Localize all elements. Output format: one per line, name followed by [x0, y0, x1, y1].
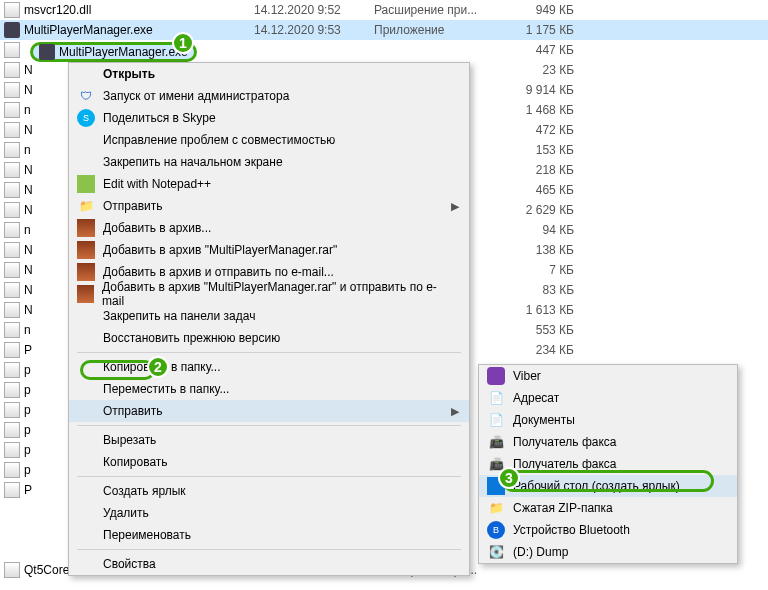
- menu-item[interactable]: 📁Сжатая ZIP-папка: [479, 497, 737, 519]
- menu-item-label: Закрепить на начальном экране: [103, 155, 283, 169]
- file-icon: [4, 2, 20, 18]
- menu-item-label: Переместить в папку...: [103, 382, 229, 396]
- rar-icon: [77, 241, 95, 259]
- menu-item[interactable]: Свойства: [69, 553, 469, 575]
- menu-item-label: Устройство Bluetooth: [513, 523, 630, 537]
- menu-item[interactable]: 📄Документы: [479, 409, 737, 431]
- menu-item[interactable]: Удалить: [69, 502, 469, 524]
- menu-item-label: Получатель факса: [513, 457, 617, 471]
- file-size: 83 КБ: [514, 283, 574, 297]
- menu-item[interactable]: Добавить в архив...: [69, 217, 469, 239]
- file-size: 1 613 КБ: [514, 303, 574, 317]
- file-icon: [4, 122, 20, 138]
- file-icon: [4, 162, 20, 178]
- menu-item-label: Копировать: [103, 455, 168, 469]
- menu-item-label: Вырезать: [103, 433, 156, 447]
- menu-item[interactable]: SПоделиться в Skype: [69, 107, 469, 129]
- file-size: 218 КБ: [514, 163, 574, 177]
- doc-icon: 📄: [487, 411, 505, 429]
- menu-item[interactable]: Копировать: [69, 451, 469, 473]
- file-icon: [4, 262, 20, 278]
- menu-item[interactable]: Переместить в папку...: [69, 378, 469, 400]
- menu-item[interactable]: 🛡Запуск от имени администратора: [69, 85, 469, 107]
- menu-item[interactable]: Исправление проблем с совместимостью: [69, 129, 469, 151]
- menu-item[interactable]: Создать ярлык: [69, 480, 469, 502]
- file-icon: [4, 442, 20, 458]
- file-icon: [4, 462, 20, 478]
- shield-icon: 🛡: [77, 87, 95, 105]
- blank-icon: [77, 504, 95, 522]
- menu-item-label: Закрепить на панели задач: [103, 309, 255, 323]
- file-icon: [4, 362, 20, 378]
- notepad-icon: [77, 175, 95, 193]
- file-icon: [4, 282, 20, 298]
- file-icon: [4, 422, 20, 438]
- menu-item-label: Исправление проблем с совместимостью: [103, 133, 335, 147]
- file-size: 9 914 КБ: [514, 83, 574, 97]
- file-size: 949 КБ: [514, 3, 574, 17]
- menu-separator: [77, 352, 461, 353]
- menu-item[interactable]: Копировать в папку...: [69, 356, 469, 378]
- callout-badge-3: 3: [498, 467, 520, 489]
- file-name: msvcr120.dll: [24, 3, 254, 17]
- file-size: 465 КБ: [514, 183, 574, 197]
- file-size: 553 КБ: [514, 323, 574, 337]
- menu-item[interactable]: Добавить в архив "MultiPlayerManager.rar…: [69, 239, 469, 261]
- blank-icon: [77, 453, 95, 471]
- menu-item-label: Edit with Notepad++: [103, 177, 211, 191]
- fax-icon: 📠: [487, 433, 505, 451]
- menu-item[interactable]: Edit with Notepad++: [69, 173, 469, 195]
- menu-item-label: Документы: [513, 413, 575, 427]
- menu-item-label: Восстановить прежнюю версию: [103, 331, 280, 345]
- chevron-right-icon: ▶: [451, 200, 459, 213]
- file-icon: [4, 402, 20, 418]
- menu-item-label: Создать ярлык: [103, 484, 186, 498]
- file-size: 447 КБ: [514, 43, 574, 57]
- blank-icon: [77, 131, 95, 149]
- file-icon: [4, 142, 20, 158]
- doc-icon: 📄: [487, 389, 505, 407]
- menu-separator: [77, 476, 461, 477]
- rar-icon: [77, 263, 95, 281]
- menu-item[interactable]: 💽(D:) Dump: [479, 541, 737, 563]
- blank-icon: [77, 380, 95, 398]
- menu-item-label: Удалить: [103, 506, 149, 520]
- file-type: Приложение: [374, 23, 514, 37]
- menu-item[interactable]: BУстройство Bluetooth: [479, 519, 737, 541]
- file-icon: [4, 62, 20, 78]
- menu-item[interactable]: Вырезать: [69, 429, 469, 451]
- file-type: Расширение при...: [374, 3, 514, 17]
- file-icon: [4, 302, 20, 318]
- menu-item[interactable]: 📁Отправить▶: [69, 195, 469, 217]
- file-size: 2 629 КБ: [514, 203, 574, 217]
- menu-item-label: Добавить в архив и отправить по e-mail..…: [103, 265, 334, 279]
- menu-item[interactable]: Отправить▶: [69, 400, 469, 422]
- blank-icon: [77, 307, 95, 325]
- menu-item-label: Переименовать: [103, 528, 191, 542]
- menu-item[interactable]: Восстановить прежнюю версию: [69, 327, 469, 349]
- menu-item[interactable]: Закрепить на начальном экране: [69, 151, 469, 173]
- menu-item-label: Отправить: [103, 404, 163, 418]
- file-icon: [4, 102, 20, 118]
- chevron-right-icon: ▶: [451, 405, 459, 418]
- menu-item[interactable]: Viber: [479, 365, 737, 387]
- blank-icon: [77, 65, 95, 83]
- menu-item-label: (D:) Dump: [513, 545, 568, 559]
- zip-icon: 📁: [487, 499, 505, 517]
- file-icon: [4, 322, 20, 338]
- menu-item[interactable]: Закрепить на панели задач: [69, 305, 469, 327]
- callout-badge-2: 2: [147, 356, 169, 378]
- file-icon: [4, 242, 20, 258]
- menu-item[interactable]: Добавить в архив "MultiPlayerManager.rar…: [69, 283, 469, 305]
- menu-item[interactable]: 📄Адресат: [479, 387, 737, 409]
- menu-item-label: Рабочий стол (создать ярлык): [513, 479, 680, 493]
- menu-item[interactable]: Переименовать: [69, 524, 469, 546]
- file-row[interactable]: msvcr120.dll14.12.2020 9:52Расширение пр…: [0, 0, 768, 20]
- menu-item-label: Получатель факса: [513, 435, 617, 449]
- file-row[interactable]: MultiPlayerManager.exe14.12.2020 9:53При…: [0, 20, 768, 40]
- menu-item[interactable]: 📠Получатель факса: [479, 431, 737, 453]
- menu-item[interactable]: Открыть: [69, 63, 469, 85]
- blank-icon: [77, 358, 95, 376]
- blank-icon: [77, 402, 95, 420]
- skype-icon: S: [77, 109, 95, 127]
